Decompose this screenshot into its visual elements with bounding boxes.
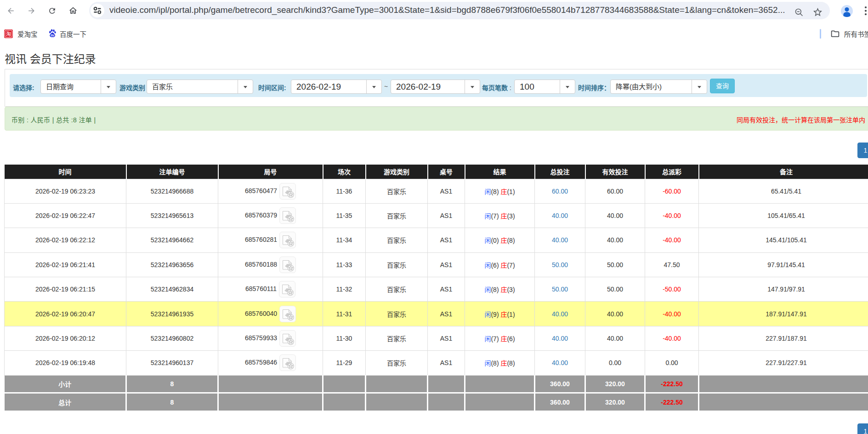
svg-text:du: du [51, 34, 54, 37]
svg-text:淘: 淘 [6, 31, 11, 37]
